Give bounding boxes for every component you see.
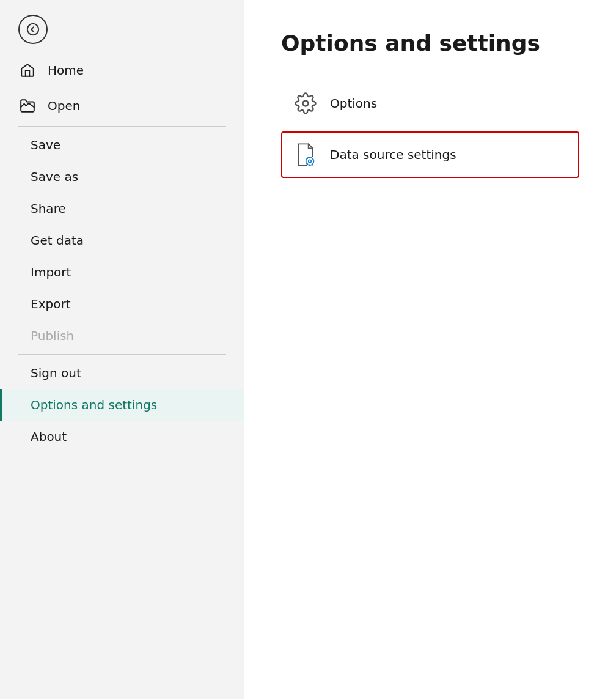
- settings-item-data-source[interactable]: Data source settings: [281, 131, 579, 178]
- sidebar-item-publish: Publish: [0, 320, 244, 352]
- home-icon: [18, 61, 37, 80]
- svg-point-1: [303, 101, 309, 106]
- sidebar: Home Open Save Save as Share Get data Im…: [0, 0, 244, 699]
- sidebar-item-open[interactable]: Open: [0, 88, 244, 124]
- settings-item-data-source-label: Data source settings: [330, 147, 457, 162]
- sidebar-item-share[interactable]: Share: [0, 193, 244, 224]
- sidebar-item-import[interactable]: Import: [0, 256, 244, 288]
- sidebar-item-open-label: Open: [48, 98, 80, 113]
- sidebar-item-export[interactable]: Export: [0, 288, 244, 320]
- divider-bottom: [18, 354, 226, 355]
- sidebar-item-save-as[interactable]: Save as: [0, 161, 244, 193]
- sidebar-item-save[interactable]: Save: [0, 129, 244, 161]
- data-source-icon: [293, 142, 318, 167]
- sidebar-item-home-label: Home: [48, 63, 84, 78]
- main-content: Options and settings Options Data sou: [244, 0, 616, 699]
- sidebar-item-get-data[interactable]: Get data: [0, 224, 244, 256]
- settings-item-options-label: Options: [330, 96, 377, 111]
- svg-point-0: [28, 24, 38, 35]
- sidebar-item-options-and-settings[interactable]: Options and settings: [0, 389, 244, 421]
- sidebar-item-home[interactable]: Home: [0, 53, 244, 88]
- divider-top: [18, 126, 226, 127]
- settings-item-options[interactable]: Options: [281, 80, 579, 127]
- back-button[interactable]: [18, 15, 48, 44]
- sidebar-item-sign-out[interactable]: Sign out: [0, 357, 244, 389]
- gear-icon: [293, 91, 318, 116]
- page-title: Options and settings: [281, 31, 579, 56]
- sidebar-item-about[interactable]: About: [0, 421, 244, 453]
- open-folder-icon: [18, 97, 37, 115]
